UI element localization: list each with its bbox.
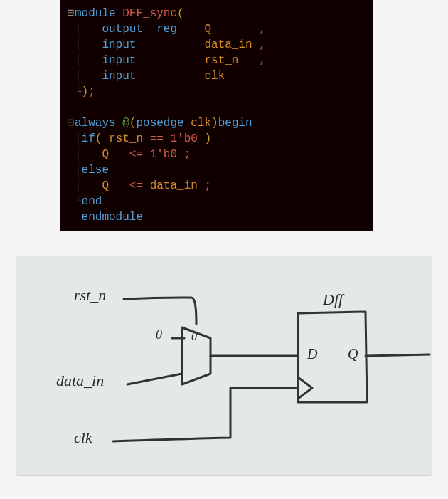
kw-reg: reg [156,23,177,36]
kw-else: else [82,164,109,177]
kw-input: input [102,54,136,67]
code-line-13: └end [60,194,373,209]
wire-rst-n [124,298,196,324]
code-line-6: └); [60,84,373,100]
sig-rst-n: rst_n [109,132,143,145]
label-dff: Dff [323,290,343,309]
comma: , [259,38,266,51]
clk-triangle-icon [298,377,312,399]
literal: 1'b0 [170,132,197,145]
code-line-4: │ input rst_n , [60,53,373,68]
label-mux-zero: 0 [191,330,197,343]
code-line-9: │if( rst_n == 1'b0 ) [60,131,373,147]
paren-close: ) [82,85,89,98]
sig-data-in: data_in [150,179,198,192]
comma: , [259,23,266,36]
semicolon: ; [184,148,191,161]
fold-end-icon: └ [75,194,82,209]
verilog-code-block: ⊟module DFF_sync( │ output reg Q , │ inp… [60,0,373,231]
code-line-11: │else [60,162,373,178]
circuit-sketch: rst_n 0 0 data_in clk Dff D Q [17,256,431,475]
semicolon: ; [204,179,211,192]
paren-open: ( [177,7,184,20]
code-line-12: │ Q <= data_in ; [60,178,373,194]
kw-if: if [82,132,95,145]
module-name: DFF_sync [122,7,177,20]
label-rst-n: rst_n [74,286,106,305]
sig-q: Q [102,148,109,161]
fold-icon: ⊟ [66,6,75,21]
kw-output: output [102,23,143,36]
sig-data-in: data_in [204,38,252,51]
sig-clk: clk [204,70,225,83]
code-line-5: │ input clk [60,68,373,84]
fold-icon: ⊟ [66,115,75,131]
at-sign: @ [122,117,129,130]
paren-open: ( [129,117,137,130]
op-le: <= [129,179,143,192]
paren-close: ) [204,132,211,145]
label-clk: clk [74,429,92,447]
code-line-10: │ Q <= 1'b0 ; [60,147,373,162]
label-q: Q [348,346,358,362]
sig-rst-n: rst_n [204,54,238,67]
kw-module: module [75,7,116,20]
wire-data-in [127,374,182,384]
label-d: D [307,346,317,362]
kw-endmodule: endmodule [82,211,143,224]
page: ⊟module DFF_sync( │ output reg Q , │ inp… [0,0,448,475]
sig-q: Q [102,179,109,192]
semicolon: ; [88,85,95,98]
code-line-14: endmodule [60,209,373,225]
code-line-8: ⊟always @(posedge clk)begin [60,115,373,131]
kw-always: always [75,117,116,130]
code-line-2: │ output reg Q , [60,21,373,37]
kw-begin: begin [218,117,252,130]
label-zero: 0 [156,327,162,342]
op-le: <= [129,148,143,161]
literal: 1'b0 [150,148,177,161]
code-line-1: ⊟module DFF_sync( [60,6,373,21]
label-data-in: data_in [56,372,104,390]
paren-close: ) [211,117,218,130]
kw-input: input [102,38,136,51]
paren-open: ( [95,132,102,145]
wire-q [366,354,430,356]
kw-input: input [102,70,136,83]
sig-q: Q [204,23,211,36]
op-eq: == [150,132,164,145]
comma: , [259,54,266,67]
code-line-3: │ input data_in , [60,37,373,53]
kw-posedge: posedge [136,117,183,130]
kw-end: end [82,195,102,208]
code-line-blank [60,100,373,115]
sig-clk: clk [191,117,211,130]
wire-clk [113,388,298,441]
